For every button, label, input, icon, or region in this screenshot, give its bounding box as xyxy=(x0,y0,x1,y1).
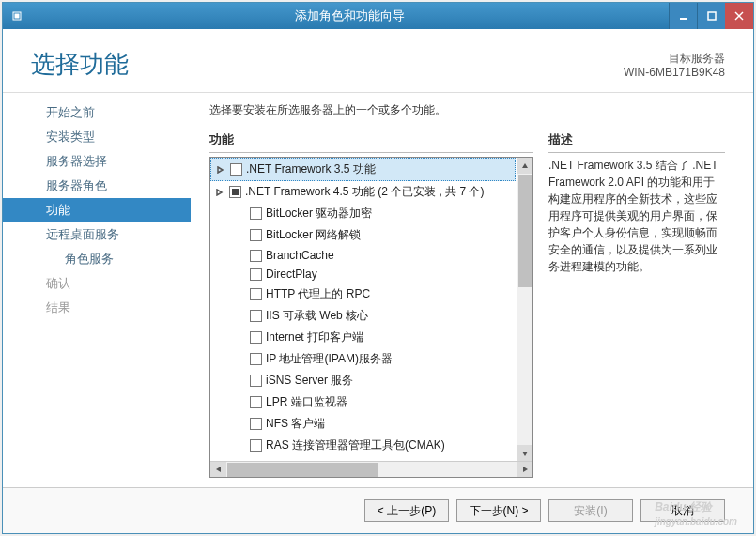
sidebar-item-0[interactable]: 开始之前 xyxy=(3,100,191,125)
vertical-scrollbar[interactable] xyxy=(517,158,532,461)
sidebar-item-7: 确认 xyxy=(3,271,191,296)
svg-rect-3 xyxy=(708,12,716,20)
cancel-button[interactable]: 取消 xyxy=(640,499,725,522)
expand-spacer xyxy=(214,250,225,261)
feature-item-8[interactable]: Internet 打印客户端 xyxy=(210,327,516,348)
sidebar-item-2[interactable]: 服务器选择 xyxy=(3,149,191,174)
feature-label: .NET Framework 4.5 功能 (2 个已安装 , 共 7 个) xyxy=(245,184,484,200)
expand-spacer xyxy=(214,289,225,300)
feature-item-3[interactable]: BitLocker 网络解锁 xyxy=(210,224,516,246)
feature-checkbox[interactable] xyxy=(250,331,262,344)
horizontal-scrollbar[interactable] xyxy=(210,461,532,477)
feature-item-9[interactable]: IP 地址管理(IPAM)服务器 xyxy=(210,348,516,370)
wizard-footer: < 上一步(P) 下一步(N) > 安装(I) 取消 xyxy=(3,487,753,533)
expand-icon[interactable] xyxy=(214,187,225,198)
window-title: 添加角色和功能向导 xyxy=(31,8,669,24)
scroll-left-button[interactable] xyxy=(210,462,226,477)
feature-item-10[interactable]: iSNS Server 服务 xyxy=(210,370,516,391)
feature-checkbox[interactable] xyxy=(229,186,241,198)
scroll-up-button[interactable] xyxy=(517,158,532,174)
feature-item-4[interactable]: BranchCache xyxy=(210,246,516,265)
expand-spacer xyxy=(214,354,225,365)
close-button[interactable] xyxy=(725,3,753,29)
feature-item-13[interactable]: RAS 连接管理器管理工具包(CMAK) xyxy=(210,435,516,456)
expand-spacer xyxy=(214,397,225,408)
feature-checkbox[interactable] xyxy=(250,288,262,300)
svg-marker-8 xyxy=(522,163,528,168)
expand-spacer xyxy=(214,208,225,220)
feature-checkbox[interactable] xyxy=(250,250,262,262)
expand-spacer xyxy=(214,230,225,241)
sidebar-item-3[interactable]: 服务器角色 xyxy=(3,174,191,198)
feature-item-7[interactable]: IIS 可承载 Web 核心 xyxy=(210,305,516,327)
maximize-button[interactable] xyxy=(697,3,725,29)
feature-item-6[interactable]: HTTP 代理上的 RPC xyxy=(210,283,516,305)
sidebar-item-8: 结果 xyxy=(3,296,191,320)
feature-checkbox[interactable] xyxy=(250,375,262,387)
wizard-window: 添加角色和功能向导 选择功能 目标服务器 WIN-6MB171B9K48 开始之… xyxy=(2,2,754,534)
sidebar-item-4[interactable]: 功能 xyxy=(3,198,191,222)
feature-checkbox[interactable] xyxy=(250,310,262,322)
wizard-header: 选择功能 目标服务器 WIN-6MB171B9K48 xyxy=(3,29,753,93)
expand-icon[interactable] xyxy=(215,164,226,176)
scroll-down-button[interactable] xyxy=(517,445,532,461)
expand-spacer xyxy=(214,375,225,387)
feature-label: IIS 可承载 Web 核心 xyxy=(266,308,368,324)
feature-checkbox[interactable] xyxy=(250,229,262,241)
svg-marker-9 xyxy=(522,452,528,456)
minimize-button[interactable] xyxy=(669,3,697,29)
feature-label: NFS 客户端 xyxy=(266,416,325,432)
target-server-label: 目标服务器 xyxy=(624,52,725,67)
feature-item-0[interactable]: .NET Framework 3.5 功能 xyxy=(210,158,516,181)
feature-label: BranchCache xyxy=(266,249,334,262)
svg-marker-7 xyxy=(217,190,222,195)
feature-checkbox[interactable] xyxy=(250,396,262,408)
scroll-right-button[interactable] xyxy=(517,462,532,477)
feature-label: IP 地址管理(IPAM)服务器 xyxy=(266,351,393,367)
features-tree: .NET Framework 3.5 功能.NET Framework 4.5 … xyxy=(209,157,533,478)
hscroll-thumb[interactable] xyxy=(227,463,378,477)
expand-spacer xyxy=(214,268,225,280)
feature-checkbox[interactable] xyxy=(250,207,262,220)
feature-item-1[interactable]: .NET Framework 4.5 功能 (2 个已安装 , 共 7 个) xyxy=(210,181,516,203)
page-title: 选择功能 xyxy=(31,48,129,81)
target-server-info: 目标服务器 WIN-6MB171B9K48 xyxy=(624,52,725,81)
expand-spacer xyxy=(214,440,225,452)
feature-label: .NET Framework 3.5 功能 xyxy=(246,161,376,177)
expand-spacer xyxy=(214,419,225,430)
feature-checkbox[interactable] xyxy=(250,439,262,452)
feature-checkbox[interactable] xyxy=(250,268,262,281)
sidebar-item-5[interactable]: 远程桌面服务 xyxy=(3,222,191,247)
feature-label: BitLocker 网络解锁 xyxy=(266,227,361,243)
feature-label: HTTP 代理上的 RPC xyxy=(266,286,370,302)
feature-item-12[interactable]: NFS 客户端 xyxy=(210,413,516,435)
previous-button[interactable]: < 上一步(P) xyxy=(364,499,449,522)
target-server-value: WIN-6MB171B9K48 xyxy=(624,66,725,81)
app-icon xyxy=(3,11,31,21)
instruction-text: 选择要安装在所选服务器上的一个或多个功能。 xyxy=(209,102,725,118)
scroll-thumb[interactable] xyxy=(518,175,532,287)
feature-label: DirectPlay xyxy=(266,268,317,281)
feature-checkbox[interactable] xyxy=(250,418,262,430)
install-button[interactable]: 安装(I) xyxy=(548,499,633,522)
feature-label: LPR 端口监视器 xyxy=(266,394,347,410)
feature-label: iSNS Server 服务 xyxy=(266,373,353,389)
next-button[interactable]: 下一步(N) > xyxy=(456,499,541,522)
feature-label: BitLocker 驱动器加密 xyxy=(266,206,372,222)
wizard-nav-sidebar: 开始之前安装类型服务器选择服务器角色功能远程桌面服务角色服务确认结果 xyxy=(3,93,191,487)
feature-label: RAS 连接管理器管理工具包(CMAK) xyxy=(266,437,445,453)
sidebar-item-1[interactable]: 安装类型 xyxy=(3,125,191,149)
feature-item-2[interactable]: BitLocker 驱动器加密 xyxy=(210,203,516,224)
feature-checkbox[interactable] xyxy=(230,163,242,176)
svg-marker-6 xyxy=(218,167,223,173)
sidebar-item-6[interactable]: 角色服务 xyxy=(3,247,191,271)
features-panel-title: 功能 xyxy=(209,131,533,153)
svg-marker-11 xyxy=(523,467,528,472)
svg-marker-10 xyxy=(216,467,221,472)
feature-checkbox[interactable] xyxy=(250,353,262,365)
expand-spacer xyxy=(214,332,225,344)
description-panel-title: 描述 xyxy=(548,131,725,153)
titlebar: 添加角色和功能向导 xyxy=(3,3,753,29)
feature-item-5[interactable]: DirectPlay xyxy=(210,265,516,283)
feature-item-11[interactable]: LPR 端口监视器 xyxy=(210,391,516,413)
